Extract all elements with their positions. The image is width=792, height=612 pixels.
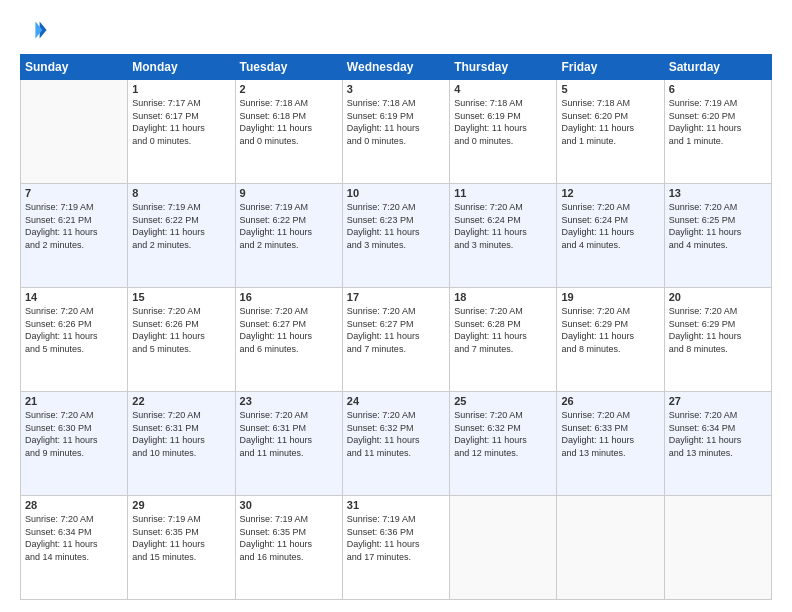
week-row-3: 14Sunrise: 7:20 AM Sunset: 6:26 PM Dayli… (21, 288, 772, 392)
weekday-sunday: Sunday (21, 55, 128, 80)
day-number: 30 (240, 499, 338, 511)
table-row: 21Sunrise: 7:20 AM Sunset: 6:30 PM Dayli… (21, 392, 128, 496)
day-number: 15 (132, 291, 230, 303)
day-number: 19 (561, 291, 659, 303)
table-row: 19Sunrise: 7:20 AM Sunset: 6:29 PM Dayli… (557, 288, 664, 392)
table-row (664, 496, 771, 600)
day-number: 23 (240, 395, 338, 407)
day-info: Sunrise: 7:20 AM Sunset: 6:26 PM Dayligh… (132, 305, 230, 355)
day-number: 12 (561, 187, 659, 199)
day-number: 13 (669, 187, 767, 199)
day-number: 7 (25, 187, 123, 199)
day-info: Sunrise: 7:20 AM Sunset: 6:24 PM Dayligh… (561, 201, 659, 251)
day-info: Sunrise: 7:18 AM Sunset: 6:20 PM Dayligh… (561, 97, 659, 147)
table-row: 18Sunrise: 7:20 AM Sunset: 6:28 PM Dayli… (450, 288, 557, 392)
day-number: 3 (347, 83, 445, 95)
day-info: Sunrise: 7:20 AM Sunset: 6:32 PM Dayligh… (347, 409, 445, 459)
day-info: Sunrise: 7:20 AM Sunset: 6:27 PM Dayligh… (240, 305, 338, 355)
table-row: 14Sunrise: 7:20 AM Sunset: 6:26 PM Dayli… (21, 288, 128, 392)
day-number: 31 (347, 499, 445, 511)
table-row: 6Sunrise: 7:19 AM Sunset: 6:20 PM Daylig… (664, 80, 771, 184)
day-number: 5 (561, 83, 659, 95)
logo (20, 16, 52, 44)
day-info: Sunrise: 7:19 AM Sunset: 6:36 PM Dayligh… (347, 513, 445, 563)
day-number: 22 (132, 395, 230, 407)
day-info: Sunrise: 7:19 AM Sunset: 6:22 PM Dayligh… (132, 201, 230, 251)
day-number: 27 (669, 395, 767, 407)
day-info: Sunrise: 7:18 AM Sunset: 6:19 PM Dayligh… (454, 97, 552, 147)
day-info: Sunrise: 7:18 AM Sunset: 6:18 PM Dayligh… (240, 97, 338, 147)
day-info: Sunrise: 7:20 AM Sunset: 6:32 PM Dayligh… (454, 409, 552, 459)
table-row: 29Sunrise: 7:19 AM Sunset: 6:35 PM Dayli… (128, 496, 235, 600)
day-number: 9 (240, 187, 338, 199)
day-info: Sunrise: 7:20 AM Sunset: 6:29 PM Dayligh… (561, 305, 659, 355)
table-row: 11Sunrise: 7:20 AM Sunset: 6:24 PM Dayli… (450, 184, 557, 288)
header (20, 16, 772, 44)
day-number: 4 (454, 83, 552, 95)
table-row: 12Sunrise: 7:20 AM Sunset: 6:24 PM Dayli… (557, 184, 664, 288)
table-row: 13Sunrise: 7:20 AM Sunset: 6:25 PM Dayli… (664, 184, 771, 288)
table-row: 15Sunrise: 7:20 AM Sunset: 6:26 PM Dayli… (128, 288, 235, 392)
day-number: 1 (132, 83, 230, 95)
day-info: Sunrise: 7:20 AM Sunset: 6:34 PM Dayligh… (669, 409, 767, 459)
day-info: Sunrise: 7:20 AM Sunset: 6:30 PM Dayligh… (25, 409, 123, 459)
table-row: 27Sunrise: 7:20 AM Sunset: 6:34 PM Dayli… (664, 392, 771, 496)
day-info: Sunrise: 7:17 AM Sunset: 6:17 PM Dayligh… (132, 97, 230, 147)
table-row: 4Sunrise: 7:18 AM Sunset: 6:19 PM Daylig… (450, 80, 557, 184)
day-info: Sunrise: 7:19 AM Sunset: 6:35 PM Dayligh… (240, 513, 338, 563)
day-info: Sunrise: 7:20 AM Sunset: 6:28 PM Dayligh… (454, 305, 552, 355)
day-number: 17 (347, 291, 445, 303)
table-row: 25Sunrise: 7:20 AM Sunset: 6:32 PM Dayli… (450, 392, 557, 496)
day-info: Sunrise: 7:19 AM Sunset: 6:35 PM Dayligh… (132, 513, 230, 563)
table-row: 23Sunrise: 7:20 AM Sunset: 6:31 PM Dayli… (235, 392, 342, 496)
day-number: 18 (454, 291, 552, 303)
table-row: 26Sunrise: 7:20 AM Sunset: 6:33 PM Dayli… (557, 392, 664, 496)
day-number: 28 (25, 499, 123, 511)
weekday-header-row: SundayMondayTuesdayWednesdayThursdayFrid… (21, 55, 772, 80)
table-row: 3Sunrise: 7:18 AM Sunset: 6:19 PM Daylig… (342, 80, 449, 184)
day-info: Sunrise: 7:20 AM Sunset: 6:33 PM Dayligh… (561, 409, 659, 459)
day-info: Sunrise: 7:19 AM Sunset: 6:22 PM Dayligh… (240, 201, 338, 251)
weekday-friday: Friday (557, 55, 664, 80)
week-row-1: 1Sunrise: 7:17 AM Sunset: 6:17 PM Daylig… (21, 80, 772, 184)
weekday-tuesday: Tuesday (235, 55, 342, 80)
weekday-wednesday: Wednesday (342, 55, 449, 80)
table-row: 20Sunrise: 7:20 AM Sunset: 6:29 PM Dayli… (664, 288, 771, 392)
table-row: 2Sunrise: 7:18 AM Sunset: 6:18 PM Daylig… (235, 80, 342, 184)
day-info: Sunrise: 7:20 AM Sunset: 6:31 PM Dayligh… (132, 409, 230, 459)
day-number: 8 (132, 187, 230, 199)
day-number: 21 (25, 395, 123, 407)
table-row: 9Sunrise: 7:19 AM Sunset: 6:22 PM Daylig… (235, 184, 342, 288)
day-info: Sunrise: 7:20 AM Sunset: 6:34 PM Dayligh… (25, 513, 123, 563)
table-row: 31Sunrise: 7:19 AM Sunset: 6:36 PM Dayli… (342, 496, 449, 600)
table-row: 28Sunrise: 7:20 AM Sunset: 6:34 PM Dayli… (21, 496, 128, 600)
day-number: 16 (240, 291, 338, 303)
table-row (21, 80, 128, 184)
week-row-2: 7Sunrise: 7:19 AM Sunset: 6:21 PM Daylig… (21, 184, 772, 288)
table-row: 30Sunrise: 7:19 AM Sunset: 6:35 PM Dayli… (235, 496, 342, 600)
day-info: Sunrise: 7:20 AM Sunset: 6:26 PM Dayligh… (25, 305, 123, 355)
table-row: 1Sunrise: 7:17 AM Sunset: 6:17 PM Daylig… (128, 80, 235, 184)
week-row-4: 21Sunrise: 7:20 AM Sunset: 6:30 PM Dayli… (21, 392, 772, 496)
table-row: 7Sunrise: 7:19 AM Sunset: 6:21 PM Daylig… (21, 184, 128, 288)
day-info: Sunrise: 7:19 AM Sunset: 6:21 PM Dayligh… (25, 201, 123, 251)
weekday-saturday: Saturday (664, 55, 771, 80)
day-number: 20 (669, 291, 767, 303)
day-info: Sunrise: 7:20 AM Sunset: 6:25 PM Dayligh… (669, 201, 767, 251)
day-info: Sunrise: 7:19 AM Sunset: 6:20 PM Dayligh… (669, 97, 767, 147)
day-info: Sunrise: 7:18 AM Sunset: 6:19 PM Dayligh… (347, 97, 445, 147)
day-number: 29 (132, 499, 230, 511)
weekday-monday: Monday (128, 55, 235, 80)
day-info: Sunrise: 7:20 AM Sunset: 6:23 PM Dayligh… (347, 201, 445, 251)
table-row: 5Sunrise: 7:18 AM Sunset: 6:20 PM Daylig… (557, 80, 664, 184)
day-info: Sunrise: 7:20 AM Sunset: 6:29 PM Dayligh… (669, 305, 767, 355)
table-row (557, 496, 664, 600)
day-number: 6 (669, 83, 767, 95)
day-info: Sunrise: 7:20 AM Sunset: 6:24 PM Dayligh… (454, 201, 552, 251)
day-number: 24 (347, 395, 445, 407)
day-number: 26 (561, 395, 659, 407)
page: SundayMondayTuesdayWednesdayThursdayFrid… (0, 0, 792, 612)
table-row: 22Sunrise: 7:20 AM Sunset: 6:31 PM Dayli… (128, 392, 235, 496)
day-info: Sunrise: 7:20 AM Sunset: 6:27 PM Dayligh… (347, 305, 445, 355)
logo-icon (20, 16, 48, 44)
